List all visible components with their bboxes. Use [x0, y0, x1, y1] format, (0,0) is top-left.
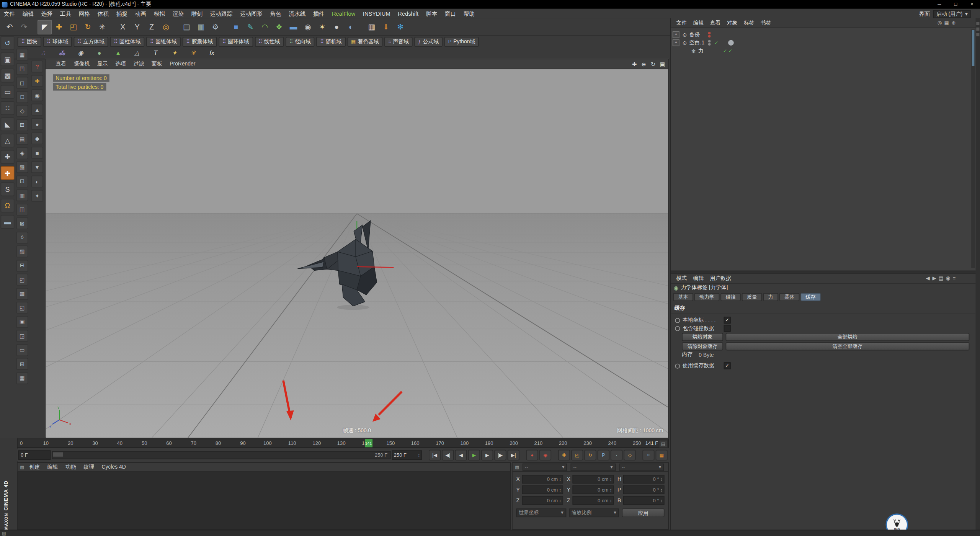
bake-object-button[interactable]: 烘焙对象: [682, 333, 723, 341]
add-camera-button[interactable]: ◉: [301, 20, 315, 34]
palette-tool-7-icon[interactable]: ▤: [16, 133, 28, 145]
palette-tool-19-icon[interactable]: ◱: [16, 302, 28, 314]
menu-tools[interactable]: 工具: [56, 10, 75, 18]
play-button[interactable]: ▶: [468, 450, 480, 461]
camera-icon[interactable]: ◉: [31, 89, 43, 101]
next-frame-button[interactable]: ▶: [481, 450, 493, 461]
menu-realflow[interactable]: RealFlow: [328, 11, 359, 17]
coordinate-system-button[interactable]: ◎: [159, 20, 173, 34]
cube-domain-button[interactable]: ⠿ 立方体域: [74, 36, 108, 46]
palette-tool-2-icon[interactable]: ◳: [16, 63, 28, 75]
pyramid-icon[interactable]: ▼: [31, 161, 43, 173]
am-forward-icon[interactable]: ▶: [932, 276, 936, 281]
coordinate-mode-select[interactable]: 世界坐标▾: [516, 508, 566, 517]
clear-object-cache-button[interactable]: 清除对象缓存: [682, 342, 723, 350]
palette-tool-22-icon[interactable]: ▭: [16, 344, 28, 356]
am-menu-mode[interactable]: 模式: [673, 275, 690, 282]
palette-tool-6-icon[interactable]: ⊞: [16, 119, 28, 131]
om-menu-tags[interactable]: 标签: [741, 19, 758, 27]
bake-all-button[interactable]: 全部烘焙: [726, 333, 970, 341]
polygon-mode-icon[interactable]: △: [1, 134, 15, 147]
viewport-solo-icon[interactable]: S: [1, 182, 15, 196]
current-frame-marker[interactable]: 141: [365, 439, 372, 447]
size-input[interactable]: 0 cm↕: [573, 475, 614, 484]
param-checkbox[interactable]: ✓: [724, 317, 731, 324]
menu-file[interactable]: 文件: [0, 10, 19, 18]
menu-animate[interactable]: 动画: [131, 10, 150, 18]
object-row-force[interactable]: ✻ 力 ✓ ✓: [671, 47, 976, 55]
goto-end-button[interactable]: ▶|: [508, 450, 519, 461]
add-floor-button[interactable]: ▬: [286, 20, 301, 34]
add-sky-button[interactable]: ◐: [344, 20, 358, 34]
position-input[interactable]: 0 cm↕: [522, 496, 563, 505]
om-menu-objects[interactable]: 对象: [724, 19, 741, 27]
lock-x-button[interactable]: X: [116, 20, 130, 34]
om-menu-view[interactable]: 查看: [707, 19, 724, 27]
add-light-button[interactable]: ✶: [315, 20, 330, 34]
tab-softbody[interactable]: 柔体: [779, 293, 799, 301]
clump-domain-button[interactable]: ⠿ 团块: [18, 36, 41, 46]
palette-tool-23-icon[interactable]: ⊞: [16, 358, 28, 370]
dock-tab-icon[interactable]: [976, 28, 979, 31]
timeline-menu-icon[interactable]: ▤: [659, 440, 668, 448]
add-cube-button[interactable]: ■: [229, 20, 243, 34]
shader-domain-button[interactable]: ▦ 着色器域: [347, 36, 382, 46]
live-selection-tool[interactable]: ◤: [38, 20, 52, 34]
mat-menu-function[interactable]: 功能: [62, 463, 80, 471]
rotation-input[interactable]: 0 °↕: [623, 485, 665, 494]
om-menu-bookmarks[interactable]: 书签: [758, 19, 774, 27]
size-input[interactable]: 0 cm↕: [573, 485, 614, 494]
tab-force[interactable]: 力: [763, 293, 778, 301]
menu-volume[interactable]: 体积: [94, 10, 113, 18]
palette-tool-21-icon[interactable]: ◲: [16, 330, 28, 342]
point-mode-icon[interactable]: ∷: [1, 101, 15, 115]
rf-ring-icon[interactable]: ◉: [75, 48, 86, 57]
am-menu-icon[interactable]: ≡: [953, 276, 956, 281]
menu-help[interactable]: 帮助: [460, 10, 479, 18]
am-copy-icon[interactable]: ▤: [939, 276, 943, 281]
render-view-button[interactable]: ▤: [180, 20, 194, 34]
object-manager-scrollbar[interactable]: [971, 29, 975, 268]
enable-axis-icon[interactable]: ✚: [1, 166, 15, 180]
menu-sculpt[interactable]: 雕刻: [188, 10, 206, 18]
start-frame-input[interactable]: 0 F: [18, 450, 51, 459]
scrollbar-thumb[interactable]: [972, 30, 975, 66]
next-key-button[interactable]: |▶: [494, 450, 506, 461]
add-spline-button[interactable]: ✎: [243, 20, 258, 34]
rf-prism-icon[interactable]: △: [131, 48, 142, 57]
coords-column-select[interactable]: --▾: [571, 463, 616, 471]
rf-fx-icon[interactable]: fx: [206, 48, 217, 57]
preview-range-slider[interactable]: 250 F: [52, 451, 391, 459]
palette-tool-8-icon[interactable]: ◈: [16, 147, 28, 159]
object-row-null1[interactable]: + ⊙ 空白.1 ✓: [671, 39, 976, 47]
model-mode-icon[interactable]: ▣: [1, 52, 15, 66]
prev-key-button[interactable]: ◀|: [442, 450, 454, 461]
object-row-backup[interactable]: + ⊙ 备份: [671, 31, 976, 39]
redo-button[interactable]: ↷: [17, 20, 31, 34]
clear-all-caches-button[interactable]: 清空全部缓存: [726, 342, 970, 350]
rf-ball-icon[interactable]: ●: [94, 48, 105, 57]
vp-menu-panel[interactable]: 面板: [148, 60, 166, 68]
goto-start-button[interactable]: |◀: [429, 450, 441, 461]
palette-tool-24-icon[interactable]: ▦: [16, 372, 28, 384]
realflow-button[interactable]: ✻: [393, 20, 408, 34]
render-settings-button[interactable]: ⚙: [208, 20, 223, 34]
tab-mass[interactable]: 质量: [742, 293, 762, 301]
stepper-icon[interactable]: ↕: [418, 453, 420, 457]
rotate-tool[interactable]: ↻: [81, 20, 95, 34]
cylinder-domain-button[interactable]: ⠿ 圆柱体域: [110, 36, 144, 46]
coords-column-select[interactable]: --▾: [522, 463, 567, 471]
sound-domain-button[interactable]: ≈ 声音域: [384, 36, 412, 46]
am-menu-edit[interactable]: 编辑: [690, 275, 707, 282]
sphere-domain-button[interactable]: ⠿ 球体域: [43, 36, 72, 46]
close-button[interactable]: ×: [964, 0, 980, 9]
rf-spark-icon[interactable]: ✦: [169, 48, 180, 57]
menu-render[interactable]: 渲染: [169, 10, 188, 18]
mat-menu-edit[interactable]: 编辑: [44, 463, 62, 471]
move-tool[interactable]: ✚: [52, 20, 67, 34]
zoom-view-icon[interactable]: ⊕: [639, 61, 648, 67]
add-material-button[interactable]: ●: [329, 20, 344, 34]
position-input[interactable]: 0 cm↕: [522, 475, 563, 484]
layout-select[interactable]: 启动 (用户)▾: [933, 10, 971, 18]
rotation-input[interactable]: 0 °↕: [623, 496, 665, 505]
